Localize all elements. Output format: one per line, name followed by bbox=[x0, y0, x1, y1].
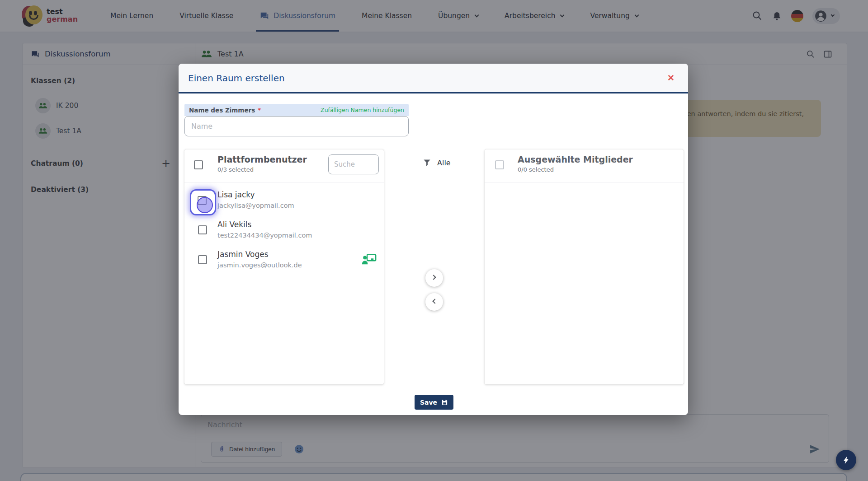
save-button[interactable]: Save bbox=[415, 395, 453, 410]
room-name-label-bar: Name des Zimmers * Zufälligen Namen hinz… bbox=[184, 104, 409, 116]
random-name-link[interactable]: Zufälligen Namen hinzufügen bbox=[321, 107, 404, 113]
user-row-jasmin-voges[interactable]: Jasmin Voges jasmin.voges@outlook.de bbox=[184, 249, 384, 279]
room-name-input[interactable] bbox=[184, 116, 409, 136]
user-row-ali-vekils[interactable]: Ali Vekils test22434434@yopmail.com bbox=[184, 219, 384, 249]
selected-members-header: Ausgewählte Mitglieder 0/0 selected bbox=[485, 149, 684, 182]
user-name: Jasmin Voges bbox=[217, 250, 269, 259]
modal-title: Einen Raum erstellen bbox=[188, 73, 285, 84]
floating-action-button[interactable] bbox=[836, 450, 856, 470]
teacher-board-icon bbox=[362, 253, 377, 265]
user-name: Ali Vekils bbox=[217, 220, 251, 229]
app-screen: test german Mein Lernen Virtuelle Klasse… bbox=[0, 0, 868, 481]
user-email: jackylisa@yopmail.com bbox=[217, 202, 294, 209]
arrow-left-icon bbox=[432, 299, 437, 304]
platform-users-header: Plattformbenutzer 0/3 selected bbox=[184, 149, 384, 182]
move-left-button[interactable] bbox=[425, 293, 443, 311]
selected-count: 0/0 selected bbox=[518, 166, 633, 173]
panel-titles: Ausgewählte Mitglieder 0/0 selected bbox=[518, 154, 633, 173]
selected-count: 0/3 selected bbox=[217, 166, 307, 173]
move-right-button[interactable] bbox=[425, 269, 443, 287]
user-row-lisa-jacky[interactable]: Lisa jacky jackylisa@yopmail.com bbox=[184, 189, 384, 219]
user-name: Lisa jacky bbox=[217, 190, 255, 199]
panel-title: Plattformbenutzer bbox=[217, 154, 307, 164]
filter-icon bbox=[423, 159, 431, 167]
modal-header: Einen Raum erstellen bbox=[179, 64, 688, 93]
user-checkbox[interactable] bbox=[198, 225, 207, 234]
arrow-right-icon bbox=[431, 275, 436, 280]
lightning-icon bbox=[842, 456, 851, 465]
select-all-users-checkbox[interactable] bbox=[194, 160, 203, 169]
user-checkbox[interactable] bbox=[198, 255, 207, 264]
cursor-highlight bbox=[197, 197, 213, 213]
save-label: Save bbox=[420, 399, 437, 406]
user-email: test22434434@yopmail.com bbox=[217, 232, 312, 239]
user-filter[interactable]: Alle bbox=[423, 159, 451, 167]
save-icon bbox=[441, 399, 448, 406]
create-room-modal: Einen Raum erstellen Name des Zimmers * … bbox=[179, 64, 688, 415]
room-name-label: Name des Zimmers bbox=[189, 107, 255, 114]
panel-title: Ausgewählte Mitglieder bbox=[518, 154, 633, 164]
panel-titles: Plattformbenutzer 0/3 selected bbox=[217, 154, 307, 173]
selected-members-panel: Ausgewählte Mitglieder 0/0 selected bbox=[485, 149, 684, 384]
filter-label: Alle bbox=[437, 159, 451, 167]
user-email: jasmin.voges@outlook.de bbox=[217, 262, 302, 269]
platform-users-panel: Plattformbenutzer 0/3 selected Lisa jack… bbox=[184, 149, 384, 384]
select-all-members-checkbox[interactable] bbox=[495, 160, 504, 169]
required-asterisk: * bbox=[258, 107, 261, 113]
close-icon[interactable] bbox=[667, 74, 675, 82]
user-search-input[interactable] bbox=[328, 154, 379, 174]
